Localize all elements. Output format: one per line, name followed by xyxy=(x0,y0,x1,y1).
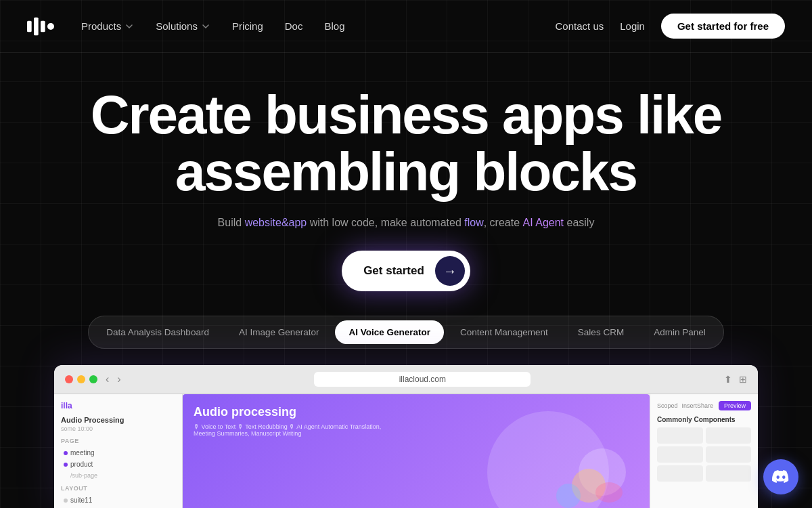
svg-rect-0 xyxy=(27,20,32,32)
component-placeholder-3 xyxy=(657,446,703,463)
tab-content-management[interactable]: Content Management xyxy=(447,320,562,344)
share-label[interactable]: Share xyxy=(697,402,713,409)
hero-title: Create business apps like assembling blo… xyxy=(81,87,731,200)
properties-header: Commonly Components xyxy=(657,416,751,423)
window-share-icon[interactable]: ⬆ xyxy=(724,374,732,385)
tab-admin-panel[interactable]: Admin Panel xyxy=(640,320,719,344)
demo-tabs: Data Analysis Dashboard AI Image Generat… xyxy=(88,316,723,349)
hero-ai-link[interactable]: AI Agent xyxy=(523,217,564,228)
app-preview-window: ‹ › illacloud.com ⬆ ⊞ illa Audio Process… xyxy=(54,365,758,508)
canvas-preview: Audio processing 🎙 Voice to Text 🎙 Text … xyxy=(183,394,650,508)
nav-products[interactable]: Products xyxy=(81,20,134,32)
svg-point-7 xyxy=(556,484,581,508)
svg-rect-3 xyxy=(47,23,54,30)
tab-ai-voice[interactable]: AI Voice Generator xyxy=(335,320,444,344)
hero-cta-label: Get started xyxy=(363,264,424,278)
nav-left: Products Solutions Pricing Doc Blog xyxy=(27,17,345,36)
get-started-nav-button[interactable]: Get started for free xyxy=(661,14,785,39)
sidebar-app-sublabel: some 10:00 xyxy=(61,425,175,432)
hero-cta-button[interactable]: Get started → xyxy=(342,251,470,291)
discord-button[interactable] xyxy=(763,459,798,494)
prop-insert-label: Insert xyxy=(682,402,698,409)
svg-rect-2 xyxy=(41,20,45,32)
app-canvas: Audio processing 🎙 Voice to Text 🎙 Text … xyxy=(183,394,650,508)
sidebar-dot-icon xyxy=(64,499,68,503)
tab-ai-image[interactable]: AI Image Generator xyxy=(225,320,333,344)
hero-cta-arrow-icon: → xyxy=(435,256,465,286)
window-traffic-lights xyxy=(65,375,97,383)
app-sidebar: illa Audio Processing some 10:00 PAGE me… xyxy=(54,394,183,508)
component-placeholder-2 xyxy=(706,427,752,444)
window-url-bar[interactable]: illacloud.com xyxy=(314,372,531,387)
window-maximize-dot[interactable] xyxy=(89,375,97,383)
canvas-app-title: Audio processing xyxy=(194,405,383,419)
window-action-icons: ⬆ ⊞ xyxy=(724,374,747,385)
nav-right: Contact us Login Get started for free xyxy=(556,14,785,39)
sidebar-page-section: PAGE xyxy=(61,438,175,444)
svg-point-6 xyxy=(595,482,623,503)
app-sidebar-logo: illa xyxy=(61,401,175,410)
window-close-dot[interactable] xyxy=(65,375,73,383)
prop-scoped-label: Scoped xyxy=(657,402,678,409)
sidebar-meeting-item[interactable]: meeting xyxy=(61,447,175,459)
nav-contact[interactable]: Contact us xyxy=(556,20,604,32)
window-back-icon[interactable]: ‹ xyxy=(106,373,109,385)
login-button[interactable]: Login xyxy=(620,20,645,32)
nav-pricing[interactable]: Pricing xyxy=(232,20,263,32)
svg-rect-1 xyxy=(34,17,39,35)
tab-sales-crm[interactable]: Sales CRM xyxy=(564,320,637,344)
window-titlebar: ‹ › illacloud.com ⬆ ⊞ xyxy=(54,365,758,394)
hero-website-link[interactable]: website&app xyxy=(245,217,307,228)
component-placeholder-5 xyxy=(657,465,703,482)
app-properties-panel: Scoped Insert Share Preview Commonly Com… xyxy=(650,394,758,508)
hero-subtitle: Build website&app with low code, make au… xyxy=(0,217,812,229)
nav-solutions[interactable]: Solutions xyxy=(156,20,210,32)
nav-blog[interactable]: Blog xyxy=(324,20,344,32)
sidebar-suite11-item[interactable]: suite11 xyxy=(61,494,175,506)
hero-section: Create business apps like assembling blo… xyxy=(0,53,812,291)
navigation: Products Solutions Pricing Doc Blog Cont… xyxy=(0,0,812,53)
sidebar-product-item[interactable]: product xyxy=(61,459,175,470)
discord-icon xyxy=(772,470,790,484)
products-chevron-icon xyxy=(125,22,134,31)
component-placeholder-1 xyxy=(657,427,703,444)
window-minimize-dot[interactable] xyxy=(77,375,85,383)
component-placeholder-6 xyxy=(706,465,752,482)
sidebar-subpage-item[interactable]: /sub-page xyxy=(61,470,175,481)
window-body: illa Audio Processing some 10:00 PAGE me… xyxy=(54,394,758,508)
sidebar-dot-icon xyxy=(64,463,68,467)
sidebar-dot-icon xyxy=(64,451,68,455)
hero-flow-link[interactable]: flow xyxy=(464,217,483,228)
component-placeholder-4 xyxy=(706,446,752,463)
decorative-blob-icon xyxy=(548,445,629,508)
logo[interactable] xyxy=(27,17,54,36)
canvas-app-content: Audio processing 🎙 Voice to Text 🎙 Text … xyxy=(194,405,383,437)
canvas-app-desc: 🎙 Voice to Text 🎙 Text Redubbing 🎙 AI Ag… xyxy=(194,423,383,437)
nav-doc[interactable]: Doc xyxy=(285,20,303,32)
sidebar-layout-section: LAYOUT xyxy=(61,485,175,492)
solutions-chevron-icon xyxy=(201,22,210,31)
preview-button[interactable]: Preview xyxy=(719,401,751,410)
sidebar-app-name: Audio Processing xyxy=(61,416,175,424)
tab-data-analysis[interactable]: Data Analysis Dashboard xyxy=(93,320,223,344)
window-tab-icon[interactable]: ⊞ xyxy=(739,374,747,385)
window-forward-icon[interactable]: › xyxy=(117,373,120,385)
